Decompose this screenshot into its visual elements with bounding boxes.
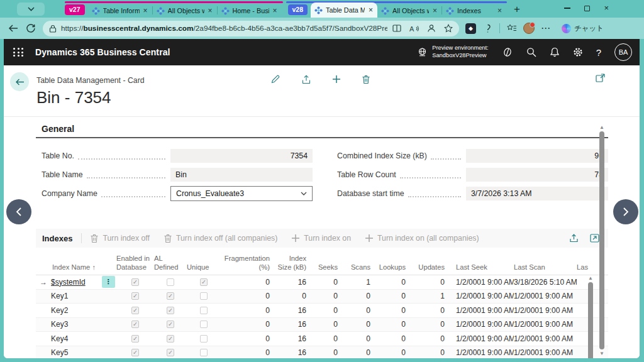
scroll-up-icon[interactable]: ▲ (588, 275, 593, 281)
tab-close-icon[interactable]: × (143, 6, 148, 15)
tab-close-icon[interactable]: × (272, 6, 278, 15)
toolbar-action[interactable]: Turn index off (all companies) (164, 234, 277, 243)
table-row[interactable]: Key2✓✓01600001/2/0001 9:00 AM1/2/0001 9:… (36, 304, 608, 318)
table-scrollbar[interactable]: ▲ (587, 275, 594, 358)
toolbar-action[interactable]: Turn index off (90, 234, 150, 243)
numeric-cell: 0 (221, 292, 274, 300)
column-header[interactable]: Updates (409, 263, 448, 275)
address-bar[interactable]: https://businesscentral.dynamics.com/2a9… (43, 21, 459, 36)
profile-icon[interactable] (427, 24, 436, 33)
scrollbar-thumb[interactable] (599, 131, 604, 349)
numeric-cell: 0 (310, 348, 341, 357)
index-name-cell[interactable]: Key5 (51, 348, 100, 357)
search-icon[interactable] (526, 47, 536, 57)
browser-tab[interactable]: All Objects with Ca× (153, 4, 217, 18)
indexes-heading[interactable]: Indexes (42, 234, 72, 243)
extension-badge-icon[interactable]: ◆ (465, 23, 476, 34)
help-icon[interactable]: ? (596, 47, 601, 58)
edit-button[interactable] (270, 74, 280, 84)
table-row[interactable]: Key3✓✓01600001/2/0001 9:00 AM1/2/0001 9:… (36, 318, 608, 332)
column-header[interactable]: Lookups (374, 263, 409, 275)
favorites-bar-icon[interactable] (507, 24, 516, 33)
column-header[interactable]: Index Name ↑ (36, 263, 116, 275)
minimize-icon[interactable] (564, 8, 570, 8)
tab-group-badge-v28[interactable]: v28 (288, 4, 308, 15)
browser-profile-avatar[interactable] (523, 23, 535, 34)
browser-tab[interactable]: Table Data Manage× (311, 3, 377, 18)
copilot-header-icon[interactable] (502, 47, 513, 57)
general-section-heading[interactable]: General (36, 117, 608, 138)
user-avatar[interactable]: BA (614, 43, 632, 61)
table-row[interactable]: Key5✓✓01600001/2/0001 9:00 AM1/2/0001 9:… (36, 346, 608, 359)
close-icon[interactable]: × (604, 5, 609, 11)
next-record-button[interactable] (613, 199, 638, 224)
notifications-bell-icon[interactable] (550, 47, 560, 57)
browser-essentials-icon[interactable] (483, 24, 492, 33)
index-name-cell[interactable]: Key4 (51, 334, 100, 343)
checkbox-cell: ✓ (154, 307, 187, 314)
index-name-cell[interactable]: Key2 (51, 306, 100, 315)
refresh-icon[interactable] (26, 24, 35, 33)
column-header[interactable]: AL Defined (154, 254, 187, 275)
toolbar-action[interactable]: Turn index on (all companies) (365, 234, 479, 243)
new-tab-button[interactable]: + (514, 3, 520, 16)
toolbar-action[interactable]: Turn index on (291, 234, 351, 243)
column-header[interactable]: Seeks (310, 263, 341, 275)
column-header[interactable]: Last Seek (448, 263, 514, 275)
maximize-icon[interactable] (584, 6, 590, 11)
browser-tab[interactable]: Table Information× (88, 4, 152, 18)
share-icon[interactable] (569, 234, 579, 243)
row-options-icon[interactable]: ⋮ (102, 276, 115, 288)
tab-close-icon[interactable]: × (368, 6, 374, 14)
scroll-down-icon[interactable]: ▼ (599, 351, 604, 356)
chevron-down-icon (301, 192, 307, 195)
column-header[interactable]: Last Scan (514, 263, 577, 275)
table-row[interactable]: Key4✓✓01600001/2/0001 9:00 AM1/2/0001 9:… (36, 332, 608, 346)
tab-actions-button[interactable] (17, 3, 45, 16)
tab-close-icon[interactable]: × (497, 6, 502, 15)
index-name-cell[interactable]: Key3 (51, 320, 100, 329)
page-scrollbar[interactable]: ▲ ▼ (598, 124, 606, 356)
favorite-star-icon[interactable] (444, 24, 453, 33)
index-name-cell[interactable]: $systemId (51, 278, 100, 287)
browser-tab[interactable]: Home - Business C× (218, 4, 282, 18)
column-header[interactable]: Scans (341, 263, 374, 275)
index-name-link[interactable]: $systemId (51, 278, 86, 287)
column-header[interactable]: Enabled in Database (116, 254, 154, 275)
open-in-new-window-icon[interactable] (596, 74, 605, 82)
back-button[interactable] (10, 72, 29, 91)
scrollbar-thumb[interactable] (588, 282, 593, 358)
copilot-button[interactable]: チャット (558, 23, 608, 35)
index-name-cell[interactable]: Key1 (51, 292, 100, 300)
split-screen-icon[interactable] (392, 24, 401, 33)
waffle-icon[interactable] (13, 48, 24, 57)
tab-group-badge-v27[interactable]: v27 (65, 4, 85, 15)
app-title[interactable]: Dynamics 365 Business Central (35, 47, 170, 57)
delete-button[interactable] (362, 74, 370, 84)
settings-gear-icon[interactable] (573, 47, 583, 57)
tab-close-icon[interactable]: × (432, 6, 438, 15)
column-header[interactable]: Index Size (kB) (274, 254, 310, 275)
share-button[interactable] (301, 74, 311, 84)
back-icon[interactable] (8, 24, 18, 33)
browser-tab[interactable]: Indexes× (442, 4, 506, 18)
browser-tab[interactable]: All Objects with Ca× (377, 4, 441, 18)
environment-indicator[interactable]: Preview environment: SandboxV28Preview (417, 45, 488, 59)
indexes-toolbar-right (569, 234, 602, 243)
breadcrumb[interactable]: Table Data Management - Card (36, 76, 145, 85)
browser-menu-icon[interactable]: ··· (541, 24, 551, 33)
scroll-up-icon[interactable]: ▲ (599, 124, 604, 130)
new-button[interactable] (332, 74, 341, 84)
column-header[interactable]: Fragmentation (%) (221, 254, 274, 275)
previous-record-button[interactable] (6, 199, 31, 224)
column-header[interactable]: Las (577, 263, 588, 275)
table-row[interactable]: Key1✓✓0000011/2/0001 9:00 AM1/2/0001 9:0… (36, 290, 608, 304)
field-value-dropdown[interactable]: Cronus_Evalueate3 (170, 186, 313, 201)
table-row[interactable]: →$systemId⋮✓✓01601001/2/0001 9:00 AM3/18… (36, 275, 608, 290)
browser-tab-bar: v27Table Information×All Objects with Ca… (0, 0, 644, 18)
tab-close-icon[interactable]: × (208, 6, 213, 15)
read-aloud-icon[interactable]: A (409, 25, 419, 33)
numeric-cell: 0 (341, 306, 374, 315)
column-header[interactable]: Unique (187, 263, 221, 275)
field-label: Database start time (337, 189, 404, 198)
